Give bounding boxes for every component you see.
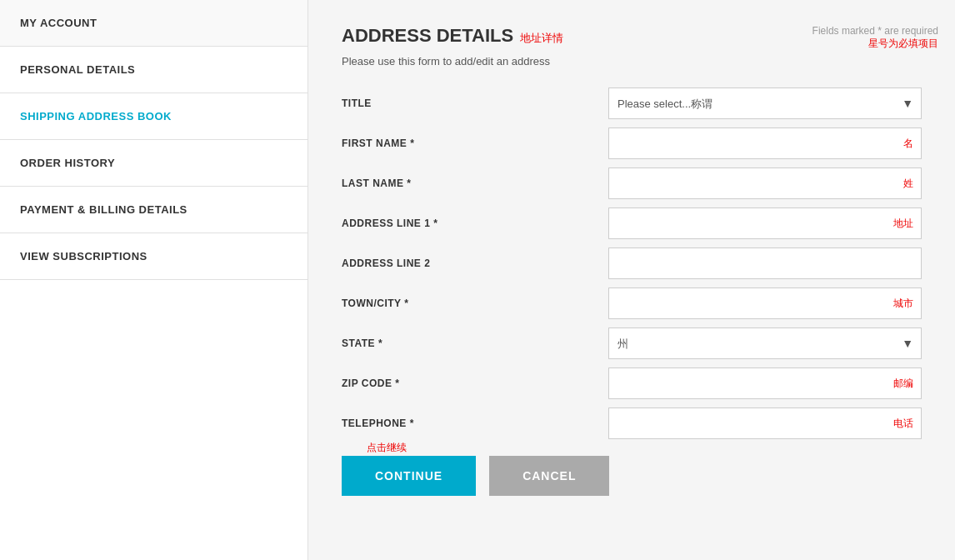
telephone-input[interactable] (608, 408, 922, 439)
address2-input[interactable] (608, 248, 922, 279)
firstname-input[interactable] (608, 128, 922, 159)
section-title-cn: 地址详情 (520, 31, 563, 46)
title-label: TITLE (342, 98, 608, 109)
firstname-label: FIRST NAME * (342, 138, 608, 149)
sidebar: MY ACCOUNT PERSONAL DETAILS SHIPPING ADD… (0, 0, 308, 560)
sidebar-item-shipping-address-book[interactable]: SHIPPING ADDRESS BOOK (0, 93, 308, 140)
sidebar-item-order-history[interactable]: ORDER HISTORY (0, 140, 308, 187)
continue-button[interactable]: CONTINUE (342, 456, 476, 496)
required-note: Fields marked * are required 星号为必填项目 (812, 25, 938, 51)
state-select[interactable]: 州 California New York Texas (608, 328, 922, 359)
telephone-control: 电话 (608, 408, 922, 439)
telephone-label: TELEPHONE * (342, 418, 608, 429)
state-control: 州 California New York Texas ▼ (608, 328, 922, 359)
form-row-lastname: LAST NAME * 姓 (342, 168, 922, 199)
address1-input[interactable] (608, 208, 922, 239)
section-subtitle: Please use this form to add/edit an addr… (342, 55, 922, 68)
towncity-label: TOWN/CITY * (342, 298, 608, 309)
form-row-state: STATE * 州 California New York Texas ▼ (342, 328, 922, 359)
form-row-telephone: TELEPHONE * 电话 (342, 408, 922, 439)
firstname-control: 名 (608, 128, 922, 159)
form-row-zipcode: ZIP CODE * 邮编 (342, 368, 922, 399)
address2-control (608, 248, 922, 279)
lastname-control: 姓 (608, 168, 922, 199)
state-select-wrap: 州 California New York Texas ▼ (608, 328, 922, 359)
title-select-wrap: Please select...称谓 Mr Mrs Ms Dr ▼ (608, 88, 922, 119)
lastname-label: LAST NAME * (342, 178, 608, 189)
zipcode-input[interactable] (608, 368, 922, 399)
form-row-towncity: TOWN/CITY * 城市 (342, 288, 922, 319)
towncity-input[interactable] (608, 288, 922, 319)
form-row-address1: ADDRESS LINE 1 * 地址 (342, 208, 922, 239)
towncity-control: 城市 (608, 288, 922, 319)
state-label: STATE * (342, 338, 608, 349)
title-select[interactable]: Please select...称谓 Mr Mrs Ms Dr (608, 88, 922, 119)
form-row-address2: ADDRESS LINE 2 (342, 248, 922, 279)
address1-label: ADDRESS LINE 1 * (342, 218, 608, 229)
continue-cn-label: 点击继续 (367, 441, 407, 455)
main-content: Fields marked * are required 星号为必填项目 ADD… (308, 0, 955, 560)
lastname-input[interactable] (608, 168, 922, 199)
sidebar-item-personal-details[interactable]: PERSONAL DETAILS (0, 47, 308, 93)
address1-control: 地址 (608, 208, 922, 239)
address2-label: ADDRESS LINE 2 (342, 258, 608, 269)
zipcode-label: ZIP CODE * (342, 378, 608, 389)
section-title: ADDRESS DETAILS (342, 25, 513, 47)
title-control: Please select...称谓 Mr Mrs Ms Dr ▼ (608, 88, 922, 119)
sidebar-item-payment-billing[interactable]: PAYMENT & BILLING DETAILS (0, 187, 308, 233)
button-row: 点击继续 CONTINUE CANCEL (342, 456, 922, 496)
cancel-button[interactable]: CANCEL (489, 456, 609, 496)
form-row-firstname: FIRST NAME * 名 (342, 128, 922, 159)
sidebar-item-view-subscriptions[interactable]: VIEW SUBSCRIPTIONS (0, 233, 308, 280)
form-row-title: TITLE Please select...称谓 Mr Mrs Ms Dr ▼ (342, 88, 922, 119)
zipcode-control: 邮编 (608, 368, 922, 399)
sidebar-item-my-account[interactable]: MY ACCOUNT (0, 0, 308, 47)
